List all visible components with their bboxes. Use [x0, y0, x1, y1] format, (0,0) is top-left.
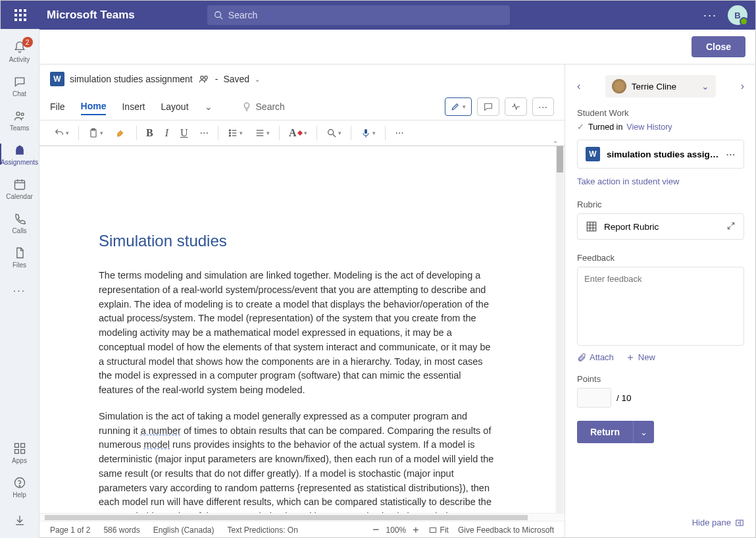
bold-button[interactable]: B	[142, 124, 157, 142]
svg-line-1	[220, 17, 222, 20]
status-predictions[interactable]: Text Predictions: On	[227, 525, 297, 535]
ribbon-tabs: File Home Insert Layout ⌄ Search ▾ ···	[39, 94, 565, 120]
activity-badge: 2	[22, 37, 33, 47]
rail-apps[interactable]: Apps	[0, 435, 39, 470]
underline-button[interactable]: U	[176, 124, 192, 142]
status-language[interactable]: English (Canada)	[153, 525, 214, 535]
tab-layout[interactable]: Layout	[161, 99, 188, 115]
doc-more-button[interactable]: ···	[532, 97, 554, 116]
settings-more-button[interactable]: ···	[703, 9, 717, 22]
svg-point-15	[205, 76, 208, 80]
mic-icon	[361, 128, 371, 138]
undo-icon	[54, 128, 64, 138]
points-input[interactable]	[577, 388, 611, 408]
rail-more[interactable]: ···	[0, 274, 39, 308]
search-icon	[214, 11, 223, 20]
font-more-button[interactable]: ···	[196, 124, 213, 142]
close-button[interactable]: Close	[692, 36, 745, 57]
doc-title: simulation studies assignment	[70, 74, 193, 84]
take-action-link[interactable]: Take action in student view	[577, 176, 744, 186]
collapse-pane-icon	[735, 518, 744, 527]
zoom-in-button[interactable]: +	[413, 524, 418, 536]
vertical-scrollbar[interactable]	[557, 146, 563, 513]
tab-insert[interactable]: Insert	[122, 99, 145, 115]
word-icon: W	[50, 72, 64, 86]
ribbon-collapse-button[interactable]: ⌄	[553, 137, 558, 144]
dictate-button[interactable]: ▾	[357, 125, 380, 141]
chevron-down-icon[interactable]: ⌄	[205, 101, 213, 112]
word-icon: W	[586, 147, 600, 161]
profile-avatar[interactable]: B	[728, 5, 747, 25]
points-max: / 10	[617, 393, 632, 403]
find-button[interactable]: ▾	[322, 125, 345, 141]
ribbon-more-button[interactable]: ···	[391, 124, 407, 142]
document-canvas[interactable]: Simulation studies The terms modeling an…	[39, 146, 565, 513]
tell-me-search[interactable]: Search	[241, 101, 285, 112]
status-words[interactable]: 586 words	[103, 525, 139, 535]
rubric-name: Report Rubric	[604, 222, 659, 232]
italic-button[interactable]: I	[161, 124, 172, 142]
styles-button[interactable]: A▾	[285, 124, 312, 142]
editing-mode-button[interactable]: ▾	[445, 97, 472, 116]
comment-icon	[483, 101, 493, 112]
return-button[interactable]: Return	[577, 421, 633, 443]
rail-assignments[interactable]: Assignments	[0, 137, 39, 171]
activity-button[interactable]	[505, 97, 527, 116]
next-student-button[interactable]: ›	[741, 80, 744, 92]
format-painter-icon	[115, 127, 127, 139]
file-more-button[interactable]: ···	[726, 149, 736, 159]
paste-button[interactable]: ▾	[84, 125, 107, 141]
new-button[interactable]: New	[626, 352, 655, 362]
rubric-card[interactable]: Report Rubric	[577, 213, 744, 240]
svg-rect-8	[14, 443, 18, 447]
status-page[interactable]: Page 1 of 2	[50, 525, 90, 535]
rail-chat[interactable]: Chat	[0, 68, 39, 103]
view-history-link[interactable]: View History	[626, 122, 672, 132]
comments-button[interactable]	[477, 97, 499, 116]
rail-teams[interactable]: Teams	[0, 103, 39, 137]
give-feedback-link[interactable]: Give Feedback to Microsoft	[458, 525, 554, 535]
tab-home[interactable]: Home	[81, 98, 107, 115]
svg-point-18	[229, 130, 230, 131]
rail-calls[interactable]: Calls	[0, 205, 39, 240]
rail-download[interactable]	[0, 504, 39, 538]
return-dropdown-button[interactable]: ⌄	[633, 421, 654, 443]
tab-file[interactable]: File	[50, 99, 65, 115]
prev-student-button[interactable]: ‹	[577, 80, 580, 92]
undo-button[interactable]: ▾	[50, 125, 73, 141]
hide-pane-button[interactable]: Hide pane	[577, 518, 744, 527]
share-icon[interactable]	[198, 73, 210, 85]
svg-rect-9	[20, 443, 24, 447]
status-bar: Page 1 of 2 586 words English (Canada) T…	[39, 521, 565, 538]
doc-heading: Simulation studies	[99, 232, 496, 250]
feedback-input[interactable]	[577, 267, 744, 346]
bullets-button[interactable]: ▾	[224, 125, 247, 141]
zoom-out-button[interactable]: −	[372, 523, 380, 537]
svg-point-27	[328, 130, 334, 135]
chevron-down-icon[interactable]: ⌄	[255, 76, 260, 83]
doc-saved-status[interactable]: Saved	[223, 74, 249, 84]
waffle-icon	[14, 9, 26, 21]
svg-rect-11	[20, 449, 24, 453]
pen-icon	[451, 102, 460, 111]
rail-help[interactable]: Help	[0, 470, 39, 504]
checkmark-icon: ✓	[577, 122, 584, 132]
student-file-card[interactable]: W simulation studies assig… ···	[577, 140, 744, 169]
rail-calendar[interactable]: Calendar	[0, 171, 39, 205]
student-selector[interactable]: Terrie Cline ⌄	[605, 75, 716, 97]
zoom-level: 100%	[386, 525, 407, 535]
app-launcher-button[interactable]	[1, 9, 40, 21]
align-button[interactable]: ▾	[251, 125, 274, 141]
app-name: Microsoft Teams	[47, 9, 135, 22]
horizontal-scrollbar[interactable]	[39, 513, 565, 521]
top-bar: Microsoft Teams Search ··· B	[1, 1, 755, 30]
fit-button[interactable]: Fit	[428, 525, 449, 535]
student-avatar	[612, 79, 626, 94]
global-search-input[interactable]: Search	[207, 5, 510, 25]
attach-button[interactable]: Attach	[577, 352, 614, 362]
rail-files[interactable]: Files	[0, 240, 39, 274]
download-icon	[13, 513, 27, 527]
ellipsis-icon: ···	[395, 127, 403, 139]
format-painter-button[interactable]	[111, 124, 131, 142]
rail-activity[interactable]: 2 Activity	[0, 34, 39, 68]
